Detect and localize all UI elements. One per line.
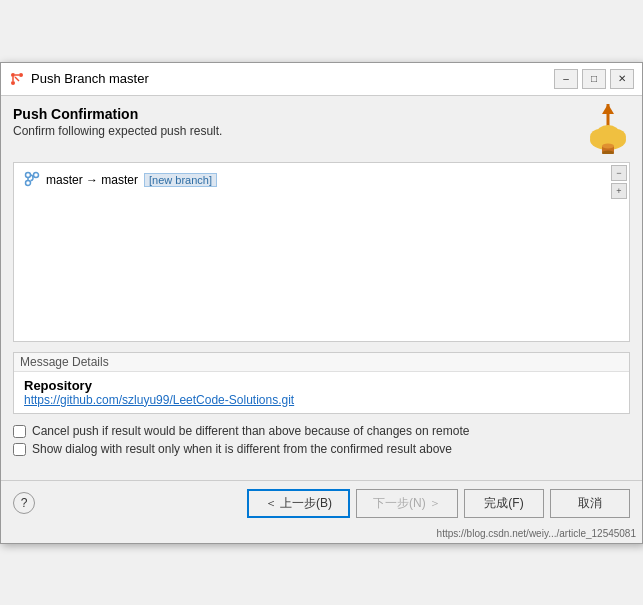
branch-item: master → master [new branch] xyxy=(24,171,619,190)
cancel-button[interactable]: 取消 xyxy=(550,489,630,518)
cloud-push-svg xyxy=(586,102,630,154)
svg-point-17 xyxy=(34,172,39,177)
next-button[interactable]: 下一步(N) ＞ xyxy=(356,489,458,518)
svg-point-14 xyxy=(602,143,614,148)
scroll-up-button[interactable]: − xyxy=(611,165,627,181)
message-details-section: Message Details Repository https://githu… xyxy=(13,352,630,414)
svg-point-16 xyxy=(26,172,31,177)
main-window: Push Branch master – □ ✕ Push Confirmati… xyxy=(0,62,643,544)
svg-marker-8 xyxy=(602,104,614,114)
checkboxes-area: Cancel push if result would be different… xyxy=(13,424,630,456)
branch-text: master → master xyxy=(46,173,138,187)
cancel-push-label: Cancel push if result would be different… xyxy=(32,424,469,438)
checkbox-row-1: Cancel push if result would be different… xyxy=(13,424,630,438)
scroll-down-button[interactable]: + xyxy=(611,183,627,199)
checkbox-row-2: Show dialog with result only when it is … xyxy=(13,442,630,456)
footer-left: ? xyxy=(13,492,35,514)
svg-point-12 xyxy=(596,125,620,143)
svg-line-5 xyxy=(15,77,19,81)
repo-url[interactable]: https://github.com/szluyu99/LeetCode-Sol… xyxy=(24,393,619,407)
svg-point-2 xyxy=(11,81,15,85)
finish-button[interactable]: 完成(F) xyxy=(464,489,544,518)
svg-point-18 xyxy=(26,180,31,185)
repo-label: Repository xyxy=(24,378,619,393)
back-button[interactable]: ＜ 上一步(B) xyxy=(247,489,350,518)
title-bar: Push Branch master – □ ✕ xyxy=(1,63,642,96)
message-details-label: Message Details xyxy=(14,353,629,372)
push-confirmation-subtitle: Confirm following expected push result. xyxy=(13,124,222,138)
show-dialog-checkbox[interactable] xyxy=(13,443,26,456)
header-row: Push Confirmation Confirm following expe… xyxy=(13,106,630,154)
scroll-buttons: − + xyxy=(611,165,627,199)
maximize-button[interactable]: □ xyxy=(582,69,606,89)
cloud-push-icon xyxy=(586,102,630,154)
branch-panel-inner: master → master [new branch] xyxy=(14,163,629,198)
header-left: Push Confirmation Confirm following expe… xyxy=(13,106,222,138)
window-controls: – □ ✕ xyxy=(554,69,634,89)
new-branch-tag: [new branch] xyxy=(144,173,217,187)
svg-point-1 xyxy=(19,73,23,77)
footer-buttons: ＜ 上一步(B) 下一步(N) ＞ 完成(F) 取消 xyxy=(247,489,630,518)
minimize-button[interactable]: – xyxy=(554,69,578,89)
branch-svg xyxy=(24,171,40,187)
window-icon xyxy=(9,71,25,87)
push-confirmation-title: Push Confirmation xyxy=(13,106,222,122)
footer-row: ? ＜ 上一步(B) 下一步(N) ＞ 完成(F) 取消 xyxy=(1,481,642,526)
show-dialog-label: Show dialog with result only when it is … xyxy=(32,442,452,456)
svg-point-0 xyxy=(11,73,15,77)
message-details-body: Repository https://github.com/szluyu99/L… xyxy=(14,372,629,413)
branch-icon xyxy=(24,171,40,190)
help-button[interactable]: ? xyxy=(13,492,35,514)
cancel-push-checkbox[interactable] xyxy=(13,425,26,438)
content-area: Push Confirmation Confirm following expe… xyxy=(1,96,642,470)
close-button[interactable]: ✕ xyxy=(610,69,634,89)
watermark: https://blog.csdn.net/weiy.../article_12… xyxy=(1,526,642,543)
window-title: Push Branch master xyxy=(31,71,554,86)
branch-panel: master → master [new branch] − + xyxy=(13,162,630,342)
